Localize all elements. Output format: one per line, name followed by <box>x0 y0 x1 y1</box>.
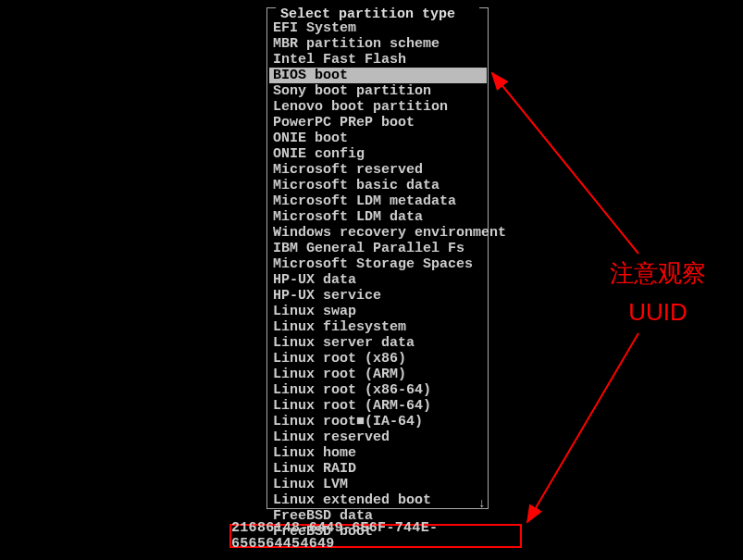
menu-item[interactable]: Linux RAID <box>269 461 488 477</box>
menu-item[interactable]: Intel Fast Flash <box>269 52 488 68</box>
arrow-to-uuid <box>527 333 638 522</box>
menu-item[interactable]: Linux root (x86) <box>269 351 488 367</box>
uuid-value: 21686148-6449-6E6F-744E-656564454649 <box>231 520 520 552</box>
uuid-display: 21686148-6449-6E6F-744E-656564454649 <box>229 524 522 548</box>
menu-item[interactable]: Linux swap <box>269 304 488 319</box>
menu-item[interactable]: HP-UX service <box>269 288 488 304</box>
partition-type-menu: Select partition type EFI SystemMBR part… <box>266 7 489 509</box>
annotation-text: 注意观察 UUID <box>610 254 706 331</box>
annotation-line2: UUID <box>610 292 706 331</box>
menu-item[interactable]: Linux filesystem <box>269 319 488 335</box>
menu-title: Select partition type <box>277 6 459 22</box>
menu-item[interactable]: MBR partition scheme <box>269 36 488 52</box>
menu-item[interactable]: ONIE boot <box>269 131 488 146</box>
menu-item[interactable]: Linux root (ARM) <box>269 367 488 382</box>
menu-item[interactable]: HP-UX data <box>269 272 488 288</box>
menu-item[interactable]: Linux home <box>269 445 488 461</box>
menu-item[interactable]: Microsoft basic data <box>269 178 488 193</box>
arrow-to-selected <box>492 73 638 254</box>
menu-item[interactable]: IBM General Parallel Fs <box>269 241 488 256</box>
menu-item[interactable]: EFI System <box>269 20 488 36</box>
menu-item[interactable]: Windows recovery environment <box>269 225 488 241</box>
menu-items-container: EFI SystemMBR partition schemeIntel Fast… <box>267 7 488 540</box>
menu-item[interactable]: PowerPC PReP boot <box>269 115 488 131</box>
menu-item[interactable]: Linux root■(IA-64) <box>269 414 488 429</box>
scroll-down-indicator[interactable]: ↓ <box>478 496 486 511</box>
menu-item[interactable]: Linux server data <box>269 335 488 351</box>
menu-item[interactable]: Microsoft LDM data <box>269 209 488 225</box>
menu-item[interactable]: Sony boot partition <box>269 83 488 99</box>
menu-item[interactable]: Linux extended boot <box>269 492 488 508</box>
menu-item[interactable]: Linux root (ARM-64) <box>269 398 488 414</box>
menu-item[interactable]: Linux reserved <box>269 429 488 445</box>
menu-item[interactable]: Microsoft Storage Spaces <box>269 256 488 272</box>
menu-item[interactable]: Lenovo boot partition <box>269 99 488 115</box>
menu-item[interactable]: Microsoft reserved <box>269 162 488 178</box>
menu-item[interactable]: ONIE config <box>269 146 488 162</box>
menu-item[interactable]: Microsoft LDM metadata <box>269 193 488 209</box>
menu-item[interactable]: BIOS boot <box>269 68 487 83</box>
annotation-line1: 注意观察 <box>610 254 706 292</box>
menu-item[interactable]: Linux root (x86-64) <box>269 382 488 398</box>
menu-item[interactable]: Linux LVM <box>269 477 488 492</box>
